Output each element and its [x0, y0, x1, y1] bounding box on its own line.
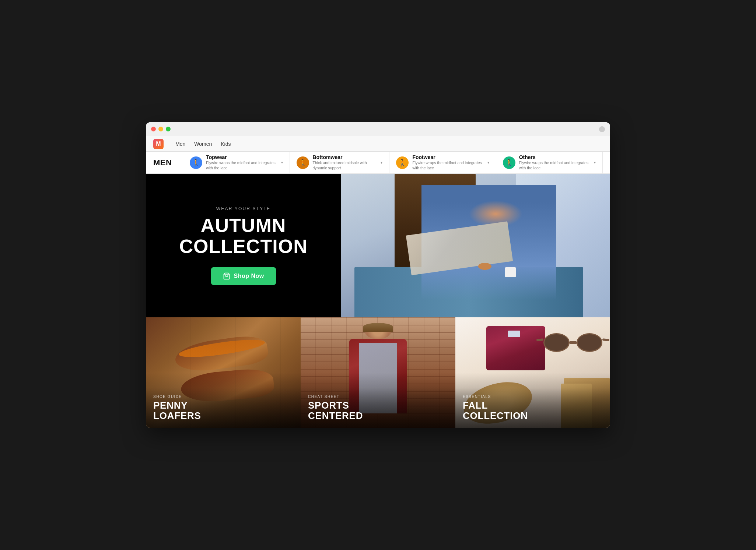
sports-overlay: CHEAT SHEET SPORTS CENTERED: [301, 388, 455, 428]
footwear-desc: Flywire wraps the midfoot and integrates…: [412, 161, 482, 170]
hero-section: WEAR YOUR STYLE AUTUMN COLLECTION Shop N…: [146, 174, 610, 317]
shop-now-button[interactable]: Shop Now: [211, 267, 276, 285]
category-footwear[interactable]: 🚶 Footwear Flywire wraps the midfoot and…: [389, 152, 496, 173]
bottom-grid: SHOE GUIDE PENNY LOAFERS: [146, 317, 610, 428]
category-items: 🚶 Topwear Flywire wraps the midfoot and …: [183, 152, 603, 173]
nav-men[interactable]: Men: [175, 141, 185, 147]
nav-kids[interactable]: Kids: [221, 141, 231, 147]
topwear-chevron-icon: ▾: [281, 161, 283, 165]
category-bar: MEN 🚶 Topwear Flywire wraps the midfoot …: [146, 152, 610, 174]
nav-women[interactable]: Women: [194, 141, 212, 147]
topwear-desc: Flywire wraps the midfoot and integrates…: [206, 161, 276, 170]
category-topwear[interactable]: 🚶 Topwear Flywire wraps the midfoot and …: [183, 152, 290, 173]
shoe-guide-title: PENNY LOAFERS: [153, 400, 293, 421]
browser-chrome: [146, 122, 610, 136]
browser-dots: [151, 127, 171, 131]
top-nav: M Men Women Kids: [146, 136, 610, 152]
sports-tag: CHEAT SHEET: [308, 395, 448, 399]
grid-item-sports[interactable]: CHEAT SHEET SPORTS CENTERED: [301, 317, 455, 428]
topwear-name: Topwear: [206, 154, 276, 160]
logo[interactable]: M: [153, 139, 164, 149]
close-dot[interactable]: [151, 127, 156, 131]
bottomwear-chevron-icon: ▾: [381, 161, 382, 165]
grid-item-shoes[interactable]: SHOE GUIDE PENNY LOAFERS: [146, 317, 301, 428]
fall-title: FALL COLLECTION: [463, 400, 603, 421]
footwear-icon: 🚶: [396, 156, 409, 169]
fall-overlay: ESSENTIALS FALL COLLECTION: [455, 388, 610, 428]
category-label: MEN: [153, 158, 172, 168]
others-name: Others: [519, 154, 589, 160]
others-icon: 🚶: [503, 156, 515, 169]
grid-item-fall[interactable]: ESSENTIALS FALL COLLECTION: [455, 317, 610, 428]
bottomwear-icon: 🚶: [297, 156, 309, 169]
category-others[interactable]: 🚶 Others Flywire wraps the midfoot and i…: [496, 152, 603, 173]
bottomwear-name: Bottomwear: [313, 154, 376, 160]
minimize-dot[interactable]: [158, 127, 163, 131]
hero-left: WEAR YOUR STYLE AUTUMN COLLECTION Shop N…: [146, 174, 341, 317]
sports-title: SPORTS CENTERED: [308, 400, 448, 421]
hero-subtitle: WEAR YOUR STYLE: [216, 206, 271, 211]
topwear-icon: 🚶: [190, 156, 202, 169]
logo-icon: M: [153, 139, 164, 149]
browser-button: [599, 126, 605, 132]
shopping-bag-icon: [223, 272, 230, 280]
hero-image: [341, 174, 610, 317]
maximize-dot[interactable]: [166, 127, 171, 131]
shoe-guide-overlay: SHOE GUIDE PENNY LOAFERS: [146, 388, 301, 428]
footwear-name: Footwear: [412, 154, 482, 160]
others-chevron-icon: ▾: [594, 161, 596, 165]
bottomwear-desc: Thick and textured midsole with dynamic …: [313, 161, 376, 170]
category-bottomwear[interactable]: 🚶 Bottomwear Thick and textured midsole …: [290, 152, 390, 173]
footwear-chevron-icon: ▾: [487, 161, 489, 165]
browser-window: M Men Women Kids MEN 🚶 Topwear Flywire w…: [146, 122, 610, 428]
shoe-guide-tag: SHOE GUIDE: [153, 395, 293, 399]
hero-title: AUTUMN COLLECTION: [179, 215, 307, 257]
others-desc: Flywire wraps the midfoot and integrates…: [519, 161, 589, 170]
fall-tag: ESSENTIALS: [463, 395, 603, 399]
